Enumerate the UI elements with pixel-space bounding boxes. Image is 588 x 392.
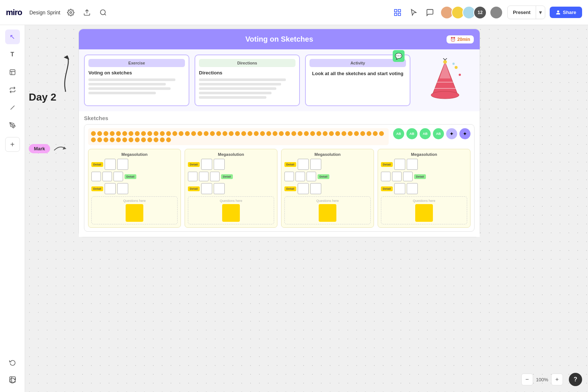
questions-dashed-2: Questions here: [188, 196, 274, 224]
big-sticky-1: [126, 204, 143, 222]
sticky-yellow-2-1: Detail: [188, 162, 200, 167]
sketch-box-1-6: [105, 183, 116, 194]
app-title[interactable]: Design Sprint: [29, 10, 60, 15]
zoom-out-button[interactable]: −: [521, 374, 533, 385]
svg-point-21: [452, 63, 455, 65]
svg-point-2: [100, 10, 105, 14]
sketch-box-3-7: [310, 183, 321, 194]
topbar-left: miro Design Sprint: [6, 7, 109, 18]
sketch-box-4-5: [403, 172, 413, 181]
sketch-columns: Megasolution Detail Detail: [88, 149, 470, 228]
directions-card-header: Directions: [199, 59, 295, 67]
board-timer: ⏰ 20min: [447, 35, 474, 43]
dot-43: [360, 131, 365, 136]
share-button[interactable]: Share: [550, 7, 582, 18]
dot-45: [373, 131, 378, 136]
tool-line[interactable]: [5, 100, 20, 115]
svg-line-23: [445, 58, 447, 60]
sketch-box-1-1: [105, 159, 116, 170]
avatar-count[interactable]: 12: [473, 6, 487, 19]
sketch-box-2-2: [214, 159, 225, 170]
sketch-row-2-3: Detail: [188, 183, 274, 194]
dot-3: [110, 131, 115, 136]
svg-rect-27: [10, 377, 15, 382]
activity-card: Activity 💬 Look at all the sketches and …: [305, 55, 410, 106]
sketch-col-2: Megasolution Detail Detail: [185, 149, 277, 228]
tool-text[interactable]: T: [5, 47, 20, 62]
arrow-day2: [51, 55, 80, 99]
topbar-right: 12 Present ▾ Share: [392, 6, 582, 19]
sticky-yellow-4-2: Detail: [381, 186, 393, 191]
present-caret-icon[interactable]: ▾: [536, 6, 545, 19]
sticky-yellow-1-2: Detail: [91, 186, 103, 191]
mark-label: Mark: [29, 144, 50, 153]
sticky-yellow-2-2: Detail: [188, 186, 200, 191]
sketches-label: Sketches: [84, 115, 475, 121]
avatars[interactable]: 12: [440, 6, 503, 19]
dot-5: [122, 131, 127, 136]
dot-18: [204, 131, 209, 136]
zoom-in-button[interactable]: +: [551, 374, 563, 385]
help-button[interactable]: ?: [569, 373, 582, 386]
svg-rect-9: [10, 70, 15, 75]
search-icon[interactable]: [97, 7, 109, 18]
tool-undo[interactable]: [5, 355, 20, 370]
sidebar: ↖ T +: [0, 25, 25, 392]
dot-10: [154, 131, 158, 136]
sketch-box-3-6: [298, 183, 309, 194]
timer-icon: ⏰: [450, 37, 456, 42]
export-icon[interactable]: [81, 7, 93, 18]
grid-icon[interactable]: [392, 7, 403, 18]
badge-sparkle: ✦: [459, 128, 470, 139]
dot-39: [335, 131, 340, 136]
sketch-col-4: Megasolution Detail Detail: [378, 149, 470, 228]
big-sticky-3: [319, 204, 336, 222]
dot-8: [141, 131, 146, 136]
sidebar-toggle-button[interactable]: [6, 373, 19, 386]
questions-label-1: Questions here: [94, 199, 175, 203]
logo: miro: [6, 8, 22, 17]
dot-53: [129, 137, 133, 142]
exercise-card-header: Exercise: [88, 59, 185, 67]
dot-38: [329, 131, 334, 136]
dot-16: [191, 131, 196, 136]
dot-52: [122, 137, 127, 142]
badges-container: AB AB AB AB ✦ ✦: [393, 128, 470, 139]
sketch-row-3-2: Detail: [284, 172, 371, 181]
sketches-section: Sketches AB AB AB AB ✦ ✦: [79, 111, 480, 237]
tool-pen[interactable]: [5, 118, 20, 133]
dot-25: [248, 131, 252, 136]
present-label[interactable]: Present: [508, 7, 536, 18]
sketch-box-2-3: [188, 172, 197, 181]
sketch-col-1: Megasolution Detail Detail: [88, 149, 181, 228]
svg-marker-17: [440, 62, 451, 78]
sketch-box-3-3: [284, 172, 294, 181]
svg-point-0: [70, 11, 71, 13]
avatar-solo: [490, 6, 503, 19]
timer-value: 20min: [457, 37, 470, 42]
svg-rect-5: [398, 9, 400, 11]
sketch-row-4-2: Detail: [381, 172, 467, 181]
dots-container: [88, 128, 389, 145]
tool-shapes[interactable]: [5, 83, 20, 97]
present-button[interactable]: Present ▾: [507, 6, 545, 19]
tool-add[interactable]: +: [5, 137, 20, 152]
badge-ab-4: AB: [433, 128, 444, 139]
zoom-level: 100%: [536, 377, 548, 382]
tool-select[interactable]: ↖: [5, 29, 20, 44]
badge-ab-3: AB: [420, 128, 431, 139]
canvas[interactable]: Day 2 Mark Voting on Sketches ⏰ 20min: [25, 25, 588, 392]
dot-34: [304, 131, 309, 136]
sketch-row-1-2: Detail: [91, 172, 178, 181]
settings-icon[interactable]: [65, 7, 77, 18]
svg-marker-14: [64, 55, 69, 60]
dot-1: [97, 131, 102, 136]
comment-icon[interactable]: [424, 7, 436, 18]
sketch-box-1-3: [91, 172, 101, 181]
svg-point-8: [557, 10, 559, 12]
cursor-icon[interactable]: [408, 7, 420, 18]
svg-line-12: [10, 106, 14, 110]
tool-sticky[interactable]: [5, 65, 20, 80]
svg-point-18: [431, 91, 459, 99]
dot-48: [97, 137, 102, 142]
